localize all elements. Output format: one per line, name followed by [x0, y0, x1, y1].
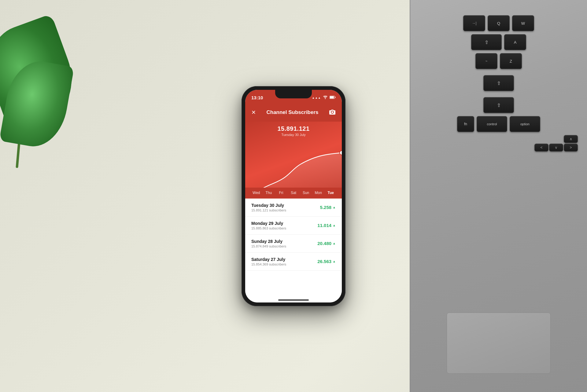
key-shift-right[interactable]: ⇧: [483, 75, 514, 91]
stat-item-3[interactable]: Saturday 27 July 15.854.369 subscribers …: [245, 253, 342, 271]
key-arrow-down[interactable]: v: [549, 144, 563, 152]
wifi-icon: [323, 96, 327, 100]
svg-rect-1: [335, 97, 335, 98]
subscriber-count-area: 15.891.121 Tuesday 30 July: [245, 122, 342, 137]
stat-item-0[interactable]: Tuesday 30 July 15.891.121 subscribers 5…: [245, 199, 342, 217]
stat-change-2: 20.480: [317, 241, 331, 246]
stat-arrow-up-2: ▲: [333, 242, 336, 245]
day-sun: Sun: [300, 191, 312, 195]
stat-arrow-up-1: ▲: [333, 224, 336, 227]
stat-change-0: 5.258: [320, 205, 332, 210]
key-arrow-up[interactable]: ∧: [564, 135, 578, 143]
key-q[interactable]: Q: [488, 15, 510, 31]
key-a[interactable]: A: [504, 34, 526, 50]
key-shift-left[interactable]: ⇧: [471, 34, 502, 50]
stat-change-1: 11.014: [317, 223, 331, 228]
key-tab[interactable]: →|: [463, 15, 485, 31]
stat-item-1[interactable]: Monday 29 July 15.885.863 subscribers 11…: [245, 217, 342, 235]
day-axis: Wed Thu Fri Sat Sun Mon Tue: [245, 188, 342, 199]
laptop: →| Q W ⇧ A ~ Z ⇧ ⇧: [410, 0, 587, 392]
stat-day-3: Saturday 27 July: [251, 257, 286, 262]
close-button[interactable]: ✕: [251, 109, 256, 116]
stat-change-3: 26.563: [317, 259, 331, 264]
stat-right-1: 11.014 ▲: [317, 223, 336, 228]
stat-subs-3: 15.854.369 subscribers: [251, 262, 286, 266]
keyboard-area: →| Q W ⇧ A ~ Z ⇧ ⇧: [410, 0, 587, 331]
camera-button[interactable]: [329, 109, 336, 116]
stat-arrow-up-0: ▲: [333, 206, 336, 209]
stats-list: Tuesday 30 July 15.891.121 subscribers 5…: [245, 199, 342, 302]
keyboard-row-4: ⇧: [416, 75, 581, 91]
key-control[interactable]: control: [477, 116, 507, 132]
stat-subs-2: 15.874.849 subscribers: [251, 244, 286, 248]
stat-left-2: Sunday 28 July 15.874.849 subscribers: [251, 239, 286, 248]
phone-screen: 13:10 ▲▲▲: [245, 90, 342, 302]
stat-right-3: 26.563 ▲: [317, 259, 336, 264]
keyboard-row-1: →| Q W: [416, 15, 581, 31]
key-z[interactable]: Z: [500, 53, 522, 69]
stat-arrow-up-3: ▲: [333, 260, 336, 263]
stat-item-2[interactable]: Sunday 28 July 15.874.849 subscribers 20…: [245, 235, 342, 253]
stat-day-1: Monday 29 July: [251, 221, 286, 226]
stat-day-2: Sunday 28 July: [251, 239, 286, 244]
phone: 13:10 ▲▲▲: [242, 86, 345, 306]
stat-right-0: 5.258 ▲: [320, 205, 336, 210]
status-icons: ▲▲▲: [312, 96, 336, 100]
header-title: Channel Subscribers: [266, 109, 318, 115]
day-mon: Mon: [312, 191, 325, 195]
subscriber-date: Tuesday 30 July: [245, 133, 342, 137]
key-fn[interactable]: fn: [457, 116, 474, 132]
day-wed: Wed: [250, 191, 263, 195]
key-arrow-left[interactable]: <: [534, 144, 548, 152]
stat-day-0: Tuesday 30 July: [251, 203, 286, 208]
key-arrow-right[interactable]: >: [564, 144, 578, 152]
chart-container: 15.891.121 Tuesday 30 July: [245, 122, 342, 199]
plant-decoration: [0, 0, 86, 214]
keyboard-row-modifier: fn control option: [416, 116, 581, 132]
battery-icon: [330, 96, 336, 100]
home-indicator: [278, 299, 309, 301]
keyboard-row-3: ~ Z: [416, 53, 581, 69]
app-header: ✕ Channel Subscribers: [245, 103, 342, 122]
key-tilde[interactable]: ~: [475, 53, 497, 69]
stat-subs-1: 15.885.863 subscribers: [251, 226, 286, 230]
key-option[interactable]: option: [510, 116, 540, 132]
signal-icon: ▲▲▲: [312, 96, 321, 99]
stat-left-3: Saturday 27 July 15.854.369 subscribers: [251, 257, 286, 266]
stat-subs-0: 15.891.121 subscribers: [251, 208, 286, 212]
day-sat: Sat: [287, 191, 300, 195]
svg-point-3: [331, 111, 333, 113]
day-tue: Tue: [324, 191, 337, 195]
trackpad[interactable]: [447, 313, 551, 374]
key-shift-bottom[interactable]: ⇧: [483, 97, 514, 113]
stat-left-1: Monday 29 July 15.885.863 subscribers: [251, 221, 286, 230]
keyboard-row-2: ⇧ A: [416, 34, 581, 50]
day-fri: Fri: [275, 191, 287, 195]
day-thu: Thu: [263, 191, 275, 195]
stat-left-0: Tuesday 30 July 15.891.121 subscribers: [251, 203, 286, 212]
svg-point-4: [340, 151, 342, 155]
keyboard-row-5: ⇧: [416, 97, 581, 113]
notch: [275, 90, 312, 98]
key-w[interactable]: W: [512, 15, 534, 31]
stat-right-2: 20.480 ▲: [317, 241, 336, 246]
svg-rect-2: [330, 96, 334, 98]
subscriber-count: 15.891.121: [245, 125, 342, 132]
status-time: 13:10: [251, 95, 263, 100]
phone-body: 13:10 ▲▲▲: [242, 86, 345, 306]
